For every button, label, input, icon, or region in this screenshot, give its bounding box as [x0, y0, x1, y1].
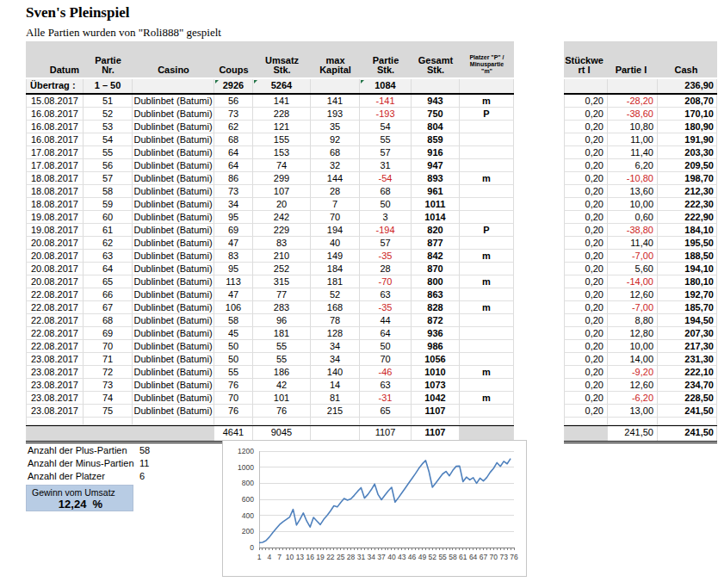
date-cell[interactable]: 18.08.2017 — [26, 198, 84, 211]
col-header-cash[interactable]: Cash — [658, 65, 717, 77]
stueckwert-cell[interactable]: 0,20 — [564, 198, 608, 211]
partie-i-cell[interactable]: 0,60 — [608, 211, 658, 224]
gesamt-stk-cell[interactable]: 877 — [412, 237, 460, 250]
empty-cell[interactable] — [564, 418, 608, 425]
uebertrag-stueckwert-cell[interactable] — [564, 79, 608, 93]
date-cell[interactable]: 23.08.2017 — [26, 405, 84, 418]
uebertrag-umsatz-cell[interactable]: 5264 — [253, 79, 311, 93]
stueckwert-cell[interactable]: 0,20 — [564, 340, 608, 353]
partie-nr-cell[interactable]: 55 — [84, 146, 133, 159]
casino-cell[interactable]: Dublinbet (Batumi) — [133, 121, 214, 133]
partie-i-cell[interactable]: 13,60 — [608, 185, 658, 198]
platzer-cell[interactable] — [460, 146, 514, 159]
casino-cell[interactable]: Dublinbet (Batumi) — [133, 392, 214, 405]
partie-stk-cell[interactable]: 64 — [360, 327, 412, 340]
platzer-cell[interactable]: m — [460, 172, 514, 185]
partie-i-cell[interactable]: 11,40 — [608, 146, 658, 159]
partie-nr-cell[interactable]: 54 — [84, 133, 133, 146]
date-cell[interactable]: 20.08.2017 — [26, 250, 84, 263]
date-cell[interactable]: 16.08.2017 — [26, 133, 84, 146]
umsatz-cell[interactable]: 155 — [253, 133, 311, 146]
partie-nr-cell[interactable]: 72 — [84, 366, 133, 379]
coups-cell[interactable]: 56 — [214, 95, 253, 108]
partie-i-cell[interactable]: 10,00 — [608, 340, 658, 353]
partie-nr-cell[interactable]: 75 — [84, 405, 133, 418]
casino-cell[interactable]: Dublinbet (Batumi) — [133, 353, 214, 366]
stueckwert-cell[interactable]: 0,20 — [564, 288, 608, 301]
casino-cell[interactable]: Dublinbet (Batumi) — [133, 314, 214, 327]
umsatz-cell[interactable]: 42 — [253, 379, 311, 392]
gesamt-stk-cell[interactable]: 870 — [412, 263, 460, 275]
platzer-cell[interactable]: m — [460, 250, 514, 263]
partie-nr-cell[interactable]: 61 — [84, 224, 133, 237]
platzer-cell[interactable]: P — [460, 108, 514, 121]
profit-chart[interactable]: 0200400600800100012001471013161922252831… — [222, 440, 527, 577]
partie-i-cell[interactable]: -9,20 — [608, 366, 658, 379]
date-cell[interactable]: 23.08.2017 — [26, 379, 84, 392]
col-header-partie-stk[interactable]: Partie Stk. — [360, 56, 412, 77]
date-cell[interactable]: 22.08.2017 — [26, 340, 84, 353]
umsatz-cell[interactable]: 242 — [253, 211, 311, 224]
partie-i-cell[interactable]: -14,00 — [608, 275, 658, 288]
platzer-cell[interactable] — [460, 263, 514, 275]
gesamt-stk-cell[interactable]: 828 — [412, 301, 460, 314]
stueckwert-cell[interactable]: 0,20 — [564, 185, 608, 198]
partie-stk-cell[interactable]: -35 — [360, 301, 412, 314]
max-kapital-cell[interactable]: 78 — [311, 314, 360, 327]
max-kapital-cell[interactable]: 34 — [311, 353, 360, 366]
partie-stk-cell[interactable]: 70 — [360, 353, 412, 366]
coups-cell[interactable]: 68 — [214, 133, 253, 146]
partie-stk-cell[interactable]: 65 — [360, 405, 412, 418]
gesamt-stk-cell[interactable]: 820 — [412, 224, 460, 237]
max-kapital-cell[interactable]: 68 — [311, 146, 360, 159]
umsatz-cell[interactable]: 20 — [253, 198, 311, 211]
stueckwert-cell[interactable]: 0,20 — [564, 108, 608, 121]
stueckwert-cell[interactable]: 0,20 — [564, 275, 608, 288]
date-cell[interactable]: 20.08.2017 — [26, 263, 84, 275]
partie-i-cell[interactable]: 12,60 — [608, 379, 658, 392]
partie-stk-cell[interactable]: 28 — [360, 263, 412, 275]
partie-i-cell[interactable]: 10,80 — [608, 121, 658, 133]
coups-cell[interactable]: 69 — [214, 224, 253, 237]
cash-cell[interactable]: 188,50 — [658, 250, 717, 263]
gesamt-stk-cell[interactable]: 872 — [412, 314, 460, 327]
casino-cell[interactable]: Dublinbet (Batumi) — [133, 159, 214, 172]
coups-cell[interactable]: 47 — [214, 237, 253, 250]
partie-i-cell[interactable]: 14,00 — [608, 353, 658, 366]
casino-cell[interactable]: Dublinbet (Batumi) — [133, 263, 214, 275]
coups-cell[interactable]: 64 — [214, 159, 253, 172]
empty-cell[interactable] — [360, 418, 412, 425]
uebertrag-range-cell[interactable]: 1 – 50 — [84, 79, 133, 93]
cash-cell[interactable]: 203,30 — [658, 146, 717, 159]
platzer-cell[interactable] — [460, 405, 514, 418]
partie-stk-cell[interactable]: 68 — [360, 185, 412, 198]
cash-cell[interactable]: 222,30 — [658, 198, 717, 211]
partie-nr-cell[interactable]: 63 — [84, 250, 133, 263]
cash-cell[interactable]: 191,90 — [658, 133, 717, 146]
platzer-cell[interactable]: m — [460, 392, 514, 405]
casino-cell[interactable]: Dublinbet (Batumi) — [133, 211, 214, 224]
totals-partie-stk-cell[interactable]: 1107 — [360, 426, 412, 441]
umsatz-cell[interactable]: 55 — [253, 340, 311, 353]
partie-nr-cell[interactable]: 62 — [84, 237, 133, 250]
col-header-partie-nr[interactable]: Partie Nr. — [84, 56, 133, 77]
max-kapital-cell[interactable]: 34 — [311, 340, 360, 353]
col-header-max-kapital[interactable]: max Kapital — [311, 56, 360, 77]
totals-label-cell[interactable] — [26, 426, 214, 441]
casino-cell[interactable]: Dublinbet (Batumi) — [133, 301, 214, 314]
col-header-gesamt-stk[interactable]: Gesamt Stk. — [412, 56, 460, 77]
platzer-cell[interactable]: m — [460, 95, 514, 108]
casino-cell[interactable]: Dublinbet (Batumi) — [133, 146, 214, 159]
col-header-casino[interactable]: Casino — [133, 65, 214, 77]
cash-cell[interactable]: 222,10 — [658, 366, 717, 379]
partie-nr-cell[interactable]: 64 — [84, 263, 133, 275]
cash-cell[interactable]: 207,30 — [658, 327, 717, 340]
cash-cell[interactable]: 228,50 — [658, 392, 717, 405]
stueckwert-cell[interactable]: 0,20 — [564, 353, 608, 366]
partie-i-cell[interactable]: -38,60 — [608, 108, 658, 121]
col-header-umsatz[interactable]: Umsatz Stk. — [253, 56, 311, 77]
gesamt-stk-cell[interactable]: 842 — [412, 250, 460, 263]
partie-nr-cell[interactable]: 73 — [84, 379, 133, 392]
partie-stk-cell[interactable]: 50 — [360, 340, 412, 353]
gesamt-stk-cell[interactable]: 1073 — [412, 379, 460, 392]
